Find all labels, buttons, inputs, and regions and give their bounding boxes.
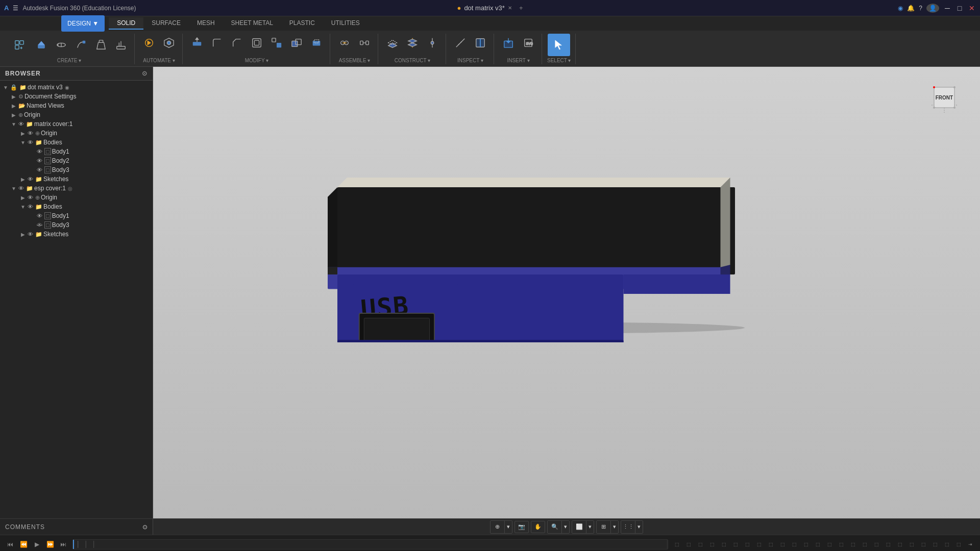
- camera-button[interactable]: 📷: [514, 521, 529, 533]
- tree-item-mc-sketches[interactable]: ▶ 👁 📁 Sketches: [0, 174, 153, 184]
- tree-item-origin[interactable]: ▶ ⊕ Origin: [0, 110, 153, 119]
- insert-button[interactable]: [499, 34, 518, 52]
- tree-item-mc-origin[interactable]: ▶ 👁 ⊕ Origin: [0, 129, 153, 138]
- motion-link-button[interactable]: [355, 34, 374, 52]
- anim-tool-3[interactable]: ⬚: [695, 538, 706, 550]
- tree-item-root[interactable]: ▼ 🔒 📁 dot matrix v3 ◉: [0, 83, 153, 92]
- anim-tool-18[interactable]: ⬚: [871, 538, 882, 550]
- select-button[interactable]: [548, 34, 570, 56]
- offset-plane-button[interactable]: [383, 34, 402, 52]
- pivot-button[interactable]: ⊕: [491, 521, 505, 533]
- chamfer-button[interactable]: [228, 34, 246, 52]
- tab-utilities[interactable]: UTILITIES: [323, 17, 368, 30]
- anim-tool-12[interactable]: ⬚: [800, 538, 812, 550]
- tree-item-doc-settings[interactable]: ▶ ⚙ Document Settings: [0, 92, 153, 101]
- anim-tool-17[interactable]: ⬚: [859, 538, 870, 550]
- midplane-button[interactable]: [403, 34, 422, 52]
- anim-tool-25[interactable]: ⬚: [953, 538, 964, 550]
- press-pull-button[interactable]: [188, 34, 206, 52]
- viewport[interactable]: USB: [153, 67, 980, 535]
- anim-tool-23[interactable]: ⬚: [929, 538, 941, 550]
- tree-item-mc-body2[interactable]: ▶ 👁 □ Body2: [0, 156, 153, 165]
- anim-tool-21[interactable]: ⬚: [906, 538, 917, 550]
- anim-tool-24[interactable]: ⬚: [941, 538, 952, 550]
- combine-button[interactable]: [287, 34, 306, 52]
- offset-faces-button[interactable]: [307, 34, 326, 52]
- anim-go-end[interactable]: ⏭: [57, 538, 69, 550]
- tree-item-mc-body1[interactable]: ▶ 👁 □ Body1: [0, 147, 153, 156]
- view-cube[interactable]: FRONT: [924, 77, 965, 118]
- tab-sheet-metal[interactable]: SHEET METAL: [223, 17, 281, 30]
- tree-item-matrix-cover[interactable]: ▼ 👁 📁 matrix cover:1: [0, 119, 153, 129]
- fillet-button[interactable]: [208, 34, 226, 52]
- more-dropdown[interactable]: ▾: [635, 521, 643, 533]
- new-component-button[interactable]: [8, 34, 31, 56]
- anim-next-frame[interactable]: ⏩: [44, 538, 56, 550]
- zoom-button[interactable]: 🔍: [548, 521, 562, 533]
- tab-plastic[interactable]: PLASTIC: [281, 17, 323, 30]
- loft-button[interactable]: [92, 36, 110, 54]
- anim-tool-4[interactable]: ⬚: [706, 538, 718, 550]
- scale-button[interactable]: [267, 34, 286, 52]
- tree-item-ec-bodies[interactable]: ▼ 👁 📁 Bodies: [0, 202, 153, 211]
- revolve-button[interactable]: [52, 36, 70, 54]
- tab-surface[interactable]: SURFACE: [143, 17, 189, 30]
- help-icon[interactable]: ?: [919, 5, 922, 12]
- tree-item-mc-bodies[interactable]: ▼ 👁 📁 Bodies: [0, 138, 153, 147]
- joint-button[interactable]: [335, 34, 354, 52]
- extrude-button[interactable]: [32, 36, 51, 54]
- more-button[interactable]: ⋮⋮: [621, 521, 635, 533]
- anim-tool-5[interactable]: ⬚: [718, 538, 729, 550]
- tree-item-ec-sketches[interactable]: ▶ 👁 📁 Sketches: [0, 230, 153, 239]
- display-mode-button[interactable]: ⬜: [572, 521, 586, 533]
- tree-item-ec-body3[interactable]: ▶ 👁 □ Body3: [0, 220, 153, 230]
- minimize-button[interactable]: ─: [943, 4, 951, 12]
- display-mode-dropdown[interactable]: ▾: [586, 521, 594, 533]
- anim-tool-20[interactable]: ⬚: [894, 538, 905, 550]
- anim-tool-14[interactable]: ⬚: [824, 538, 835, 550]
- anim-tool-13[interactable]: ⬚: [812, 538, 823, 550]
- hamburger-icon[interactable]: ☰: [13, 5, 18, 12]
- pan-button[interactable]: ✋: [531, 521, 545, 533]
- axis-button[interactable]: [423, 34, 442, 52]
- insert-svg-button[interactable]: SVG: [519, 34, 537, 52]
- tree-item-named-views[interactable]: ▶ 📂 Named Views: [0, 101, 153, 110]
- close-tab-icon[interactable]: ✕: [508, 5, 512, 11]
- notification-icon[interactable]: 🔔: [907, 5, 915, 12]
- tab-mesh[interactable]: MESH: [189, 17, 223, 30]
- tree-item-mc-body3[interactable]: ▶ 👁 □ Body3: [0, 165, 153, 174]
- automate-button2[interactable]: [160, 34, 178, 52]
- anim-tool-11[interactable]: ⬚: [789, 538, 800, 550]
- new-tab-icon[interactable]: +: [519, 4, 523, 12]
- rib-button[interactable]: [112, 36, 130, 54]
- anim-tool-7[interactable]: ⬚: [742, 538, 753, 550]
- grid-dropdown[interactable]: ▾: [611, 521, 618, 533]
- anim-tool-expand[interactable]: ⇥: [965, 538, 976, 550]
- tree-item-ec-body1[interactable]: ▶ 👁 □ Body1: [0, 211, 153, 220]
- anim-tool-15[interactable]: ⬚: [836, 538, 847, 550]
- profile-icon[interactable]: 👤: [926, 4, 939, 13]
- grid-button[interactable]: ⊞: [597, 521, 611, 533]
- anim-tool-2[interactable]: ⬚: [683, 538, 694, 550]
- anim-tool-6[interactable]: ⬚: [730, 538, 741, 550]
- tab-solid[interactable]: SOLID: [109, 17, 143, 30]
- tree-item-esp-cover[interactable]: ▼ 👁 📁 esp cover:1 ◎: [0, 184, 153, 193]
- zoom-dropdown[interactable]: ▾: [562, 521, 569, 533]
- anim-go-start[interactable]: ⏮: [4, 538, 16, 550]
- tree-item-ec-origin[interactable]: ▶ 👁 ⊕ Origin: [0, 193, 153, 202]
- sweep-button[interactable]: [72, 36, 90, 54]
- timeline-track[interactable]: [72, 539, 668, 549]
- anim-tool-22[interactable]: ⬚: [918, 538, 929, 550]
- anim-prev-frame[interactable]: ⏪: [17, 538, 30, 550]
- anim-tool-8[interactable]: ⬚: [753, 538, 765, 550]
- automate-button1[interactable]: [140, 34, 158, 52]
- comments-options-icon[interactable]: ⊙: [142, 523, 148, 531]
- anim-tool-1[interactable]: ⬚: [671, 538, 682, 550]
- measure-button[interactable]: [451, 34, 470, 52]
- shell-button[interactable]: [248, 34, 266, 52]
- anim-tool-16[interactable]: ⬚: [847, 538, 859, 550]
- anim-tool-9[interactable]: ⬚: [765, 538, 776, 550]
- maximize-button[interactable]: □: [955, 4, 964, 12]
- browser-options-icon[interactable]: ⊙: [142, 70, 148, 77]
- section-analysis-button[interactable]: [471, 34, 489, 52]
